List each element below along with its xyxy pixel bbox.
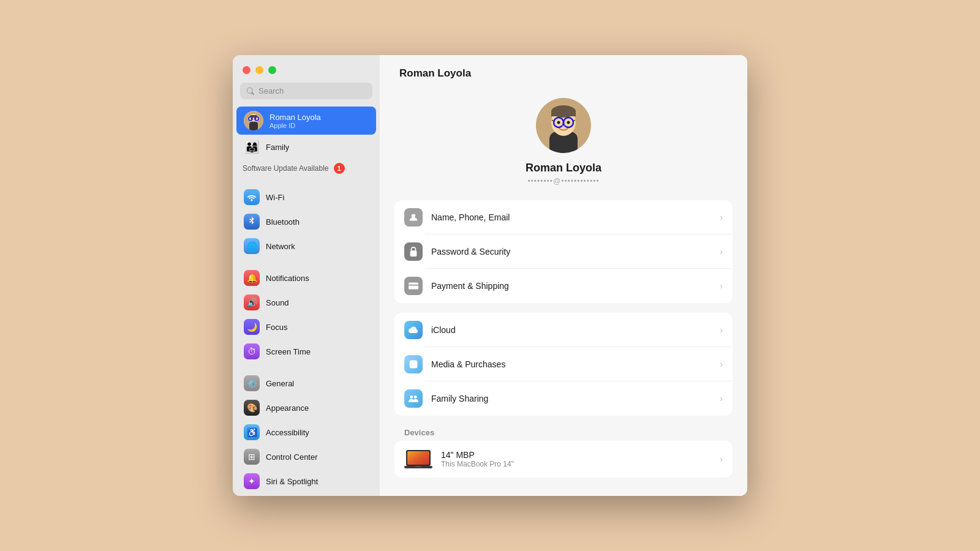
name-phone-email-chevron: › <box>720 212 723 222</box>
payment-shipping-label: Payment & Shipping <box>431 281 711 291</box>
sidebar-item-wifi[interactable]: Wi-Fi <box>236 185 376 209</box>
minimize-button[interactable] <box>255 66 263 74</box>
payment-shipping-icon <box>404 277 423 295</box>
sound-icon: 🔊 <box>244 294 260 310</box>
svg-rect-24 <box>409 285 418 286</box>
svg-point-20 <box>412 214 415 217</box>
notifications-item-label: Notifications <box>266 274 309 283</box>
search-input[interactable] <box>258 86 366 96</box>
accessibility-item-label: Accessibility <box>266 428 309 437</box>
siri-icon: ✦ <box>244 473 260 489</box>
search-bar[interactable] <box>240 83 372 99</box>
family-icon: 👨‍👩‍👧 <box>244 139 260 155</box>
name-phone-email-label: Name, Phone, Email <box>431 212 711 222</box>
devices-section: 14" MBP This MacBook Pro 14" › <box>394 441 733 478</box>
software-update-label: Software Update Available <box>243 164 329 173</box>
sidebar-item-network[interactable]: 🌐 Network <box>236 234 376 258</box>
sidebar-item-screentime[interactable]: ⏱ Screen Time <box>236 339 376 364</box>
icloud-label: iCloud <box>431 325 711 335</box>
family-sharing-chevron: › <box>720 394 723 403</box>
sidebar-item-focus[interactable]: 🌙 Focus <box>236 315 376 339</box>
password-security-row[interactable]: Password & Security › <box>394 234 733 269</box>
notifications-icon: 🔔 <box>244 270 260 286</box>
page-title: Roman Loyola <box>399 67 471 79</box>
device-macbook-chevron: › <box>720 454 723 464</box>
svg-rect-12 <box>551 111 576 116</box>
user-item-text: Roman Loyola Apple ID <box>270 113 321 129</box>
screentime-item-label: Screen Time <box>266 347 311 356</box>
icloud-row[interactable]: iCloud › <box>394 313 733 347</box>
user-item-name: Roman Loyola <box>270 113 321 122</box>
media-purchases-chevron: › <box>720 359 723 369</box>
sidebar-item-siri[interactable]: ✦ Siri & Spotlight <box>236 469 376 493</box>
wifi-icon <box>244 189 260 205</box>
device-macbook-icon <box>404 448 432 470</box>
media-purchases-row[interactable]: A Media & Purchases › <box>394 347 733 381</box>
sidebar-item-family[interactable]: 👨‍👩‍👧 Family <box>236 135 376 159</box>
name-phone-email-icon <box>404 208 423 227</box>
user-avatar-svg <box>244 111 263 130</box>
svg-point-27 <box>410 395 413 399</box>
account-settings-card: Name, Phone, Email › Password & Security… <box>394 200 733 303</box>
main-header: Roman Loyola <box>380 55 747 86</box>
maximize-button[interactable] <box>268 66 276 74</box>
sidebar-item-general[interactable]: ⚙️ General <box>236 371 376 395</box>
sidebar-item-controlcenter[interactable]: ⊞ Control Center <box>236 444 376 469</box>
focus-item-label: Focus <box>266 323 287 332</box>
system-preferences-window: Roman Loyola Apple ID 👨‍👩‍👧 Family Softw… <box>233 55 747 496</box>
sidebar-item-accessibility[interactable]: ♿ Accessibility <box>236 420 376 444</box>
sidebar-item-privacy[interactable]: 🤚 Privacy & Security <box>236 493 376 496</box>
user-item-sublabel: Apple ID <box>270 122 321 129</box>
user-avatar-icon <box>244 111 263 130</box>
close-button[interactable] <box>243 66 251 74</box>
svg-rect-2 <box>249 122 258 130</box>
sidebar-item-user[interactable]: Roman Loyola Apple ID <box>236 107 376 135</box>
family-sharing-row[interactable]: Family Sharing › <box>394 381 733 416</box>
sound-item-label: Sound <box>266 298 289 307</box>
general-icon: ⚙️ <box>244 375 260 391</box>
device-macbook-info: 14" MBP This MacBook Pro 14" <box>441 450 711 468</box>
profile-email: ••••••••@•••••••••••• <box>527 177 599 186</box>
software-update-row[interactable]: Software Update Available 1 <box>233 159 380 178</box>
name-phone-email-row[interactable]: Name, Phone, Email › <box>394 200 733 234</box>
sidebar: Roman Loyola Apple ID 👨‍👩‍👧 Family Softw… <box>233 55 380 496</box>
password-security-label: Password & Security <box>431 247 711 257</box>
appearance-item-label: Appearance <box>266 403 309 413</box>
password-security-icon <box>404 242 423 261</box>
bluetooth-item-label: Bluetooth <box>266 217 300 227</box>
icloud-chevron: › <box>720 325 723 335</box>
sidebar-preferences-group: ⚙️ General 🎨 Appearance ♿ Accessibility … <box>233 371 380 496</box>
svg-point-19 <box>567 121 570 124</box>
search-icon <box>246 87 255 96</box>
appearance-icon: 🎨 <box>244 400 260 416</box>
family-item-label: Family <box>266 143 289 152</box>
profile-avatar-svg <box>536 98 591 153</box>
device-macbook-row[interactable]: 14" MBP This MacBook Pro 14" › <box>394 441 733 478</box>
sidebar-network-group: Wi-Fi Bluetooth 🌐 Network <box>233 185 380 258</box>
focus-icon: 🌙 <box>244 319 260 335</box>
siri-item-label: Siri & Spotlight <box>266 477 318 486</box>
controlcenter-item-label: Control Center <box>266 452 318 462</box>
sidebar-item-appearance[interactable]: 🎨 Appearance <box>236 395 376 420</box>
sidebar-system-group: 🔔 Notifications 🔊 Sound 🌙 Focus ⏱ Screen… <box>233 266 380 364</box>
network-item-label: Network <box>266 242 295 251</box>
controlcenter-icon: ⊞ <box>244 449 260 465</box>
network-icon: 🌐 <box>244 238 260 254</box>
profile-name: Roman Loyola <box>526 162 601 174</box>
svg-point-22 <box>413 252 415 254</box>
payment-shipping-chevron: › <box>720 281 723 291</box>
svg-point-18 <box>557 121 560 124</box>
traffic-lights <box>233 55 380 83</box>
sidebar-item-sound[interactable]: 🔊 Sound <box>236 290 376 315</box>
device-macbook-name: 14" MBP <box>441 450 711 460</box>
password-security-chevron: › <box>720 247 723 257</box>
sidebar-item-bluetooth[interactable]: Bluetooth <box>236 209 376 234</box>
update-badge: 1 <box>334 163 345 174</box>
profile-avatar <box>536 98 591 153</box>
payment-shipping-row[interactable]: Payment & Shipping › <box>394 269 733 303</box>
services-settings-card: iCloud › A Media & Purchases › Family Sh… <box>394 313 733 416</box>
family-sharing-icon <box>404 389 423 408</box>
media-purchases-label: Media & Purchases <box>431 359 711 369</box>
svg-point-28 <box>414 395 417 399</box>
sidebar-item-notifications[interactable]: 🔔 Notifications <box>236 266 376 290</box>
